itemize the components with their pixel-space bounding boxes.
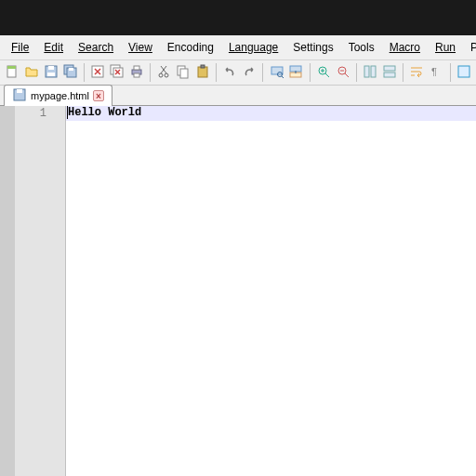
find-button[interactable] xyxy=(268,62,285,83)
replace-button[interactable] xyxy=(287,62,305,83)
new-file-icon xyxy=(5,64,20,82)
new-file-button[interactable] xyxy=(4,62,21,83)
close-all-button[interactable] xyxy=(109,62,126,83)
editor-content[interactable]: Hello World xyxy=(66,106,476,476)
close-button[interactable] xyxy=(89,62,107,83)
copy-button[interactable] xyxy=(175,62,192,83)
svg-rect-1 xyxy=(7,66,16,69)
svg-point-14 xyxy=(159,73,163,77)
svg-rect-7 xyxy=(69,68,73,71)
menu-file[interactable]: File xyxy=(4,37,36,58)
editor-line: Hello World xyxy=(66,106,476,121)
copy-icon xyxy=(176,64,191,82)
wordwrap-icon xyxy=(409,64,424,82)
editor-area: 1 Hello World xyxy=(0,106,476,476)
print-icon xyxy=(129,64,144,82)
svg-rect-18 xyxy=(198,67,207,77)
save-all-button[interactable] xyxy=(61,62,79,83)
open-file-button[interactable] xyxy=(23,62,41,83)
paste-icon xyxy=(195,64,210,82)
undo-icon xyxy=(222,64,237,82)
zoom-out-button[interactable] xyxy=(334,62,351,83)
toolbar-separator xyxy=(356,63,357,82)
svg-rect-28 xyxy=(384,66,395,71)
save-button[interactable] xyxy=(42,62,60,83)
cut-icon xyxy=(156,64,171,82)
replace-icon xyxy=(288,64,303,82)
svg-rect-4 xyxy=(47,73,55,76)
open-file-icon xyxy=(24,64,39,82)
window-titlebar xyxy=(0,0,476,35)
show-all-chars-button[interactable]: ¶ xyxy=(428,62,445,83)
redo-icon xyxy=(242,64,257,82)
svg-text:¶: ¶ xyxy=(431,66,437,77)
line-number: 1 xyxy=(15,107,46,120)
wordwrap-button[interactable] xyxy=(408,62,426,83)
menu-macro[interactable]: Macro xyxy=(382,37,428,58)
svg-rect-33 xyxy=(17,89,22,93)
toolbar-separator xyxy=(403,63,403,82)
zoom-in-button[interactable] xyxy=(315,62,333,83)
paste-button[interactable] xyxy=(193,62,211,83)
tab-filename: mypage.html xyxy=(31,90,89,101)
sync-vscroll-button[interactable] xyxy=(362,62,379,83)
svg-rect-13 xyxy=(134,73,139,77)
svg-rect-27 xyxy=(371,66,376,77)
menu-language[interactable]: Language xyxy=(221,37,285,58)
menu-tools[interactable]: Tools xyxy=(341,37,382,58)
sync-hscroll-button[interactable] xyxy=(381,62,399,83)
tab-close-button[interactable]: × xyxy=(93,90,104,101)
menu-view[interactable]: View xyxy=(121,37,160,58)
toolbar-separator xyxy=(216,63,217,82)
svg-rect-31 xyxy=(458,66,469,77)
line-text: Hello World xyxy=(68,106,141,119)
menu-run[interactable]: Run xyxy=(428,37,463,58)
svg-rect-3 xyxy=(48,66,54,70)
svg-point-15 xyxy=(165,73,168,77)
toolbar-separator xyxy=(310,63,311,82)
sync-hscroll-icon xyxy=(382,64,397,82)
svg-rect-12 xyxy=(134,66,139,70)
show-all-chars-icon: ¶ xyxy=(429,64,443,82)
svg-rect-20 xyxy=(271,67,283,74)
indent-guide-button[interactable] xyxy=(455,62,472,83)
menubar: File Edit Search View Encoding Language … xyxy=(0,35,476,60)
editor-margin: 1 xyxy=(0,106,66,476)
close-all-icon xyxy=(110,64,125,82)
sync-vscroll-icon xyxy=(363,64,377,82)
fold-margin[interactable] xyxy=(52,106,65,476)
zoom-out-icon xyxy=(336,64,350,82)
indent-guide-icon xyxy=(456,64,471,82)
menu-edit[interactable]: Edit xyxy=(36,37,71,58)
toolbar: ¶ xyxy=(0,60,476,86)
menu-plugins[interactable]: Plugins xyxy=(463,37,476,58)
cut-button[interactable] xyxy=(155,62,173,83)
line-number-gutter[interactable]: 1 xyxy=(15,106,52,476)
toolbar-separator xyxy=(262,63,263,82)
toolbar-separator xyxy=(84,63,85,82)
svg-rect-26 xyxy=(364,66,369,77)
svg-rect-17 xyxy=(180,69,188,78)
print-button[interactable] xyxy=(127,62,145,83)
toolbar-separator xyxy=(450,63,451,82)
save-all-icon xyxy=(63,64,78,82)
menu-search[interactable]: Search xyxy=(71,37,121,58)
find-icon xyxy=(270,64,284,82)
menu-encoding[interactable]: Encoding xyxy=(160,37,221,58)
svg-rect-19 xyxy=(201,65,205,68)
close-icon xyxy=(90,64,105,82)
toolbar-separator xyxy=(150,63,151,82)
redo-button[interactable] xyxy=(241,62,258,83)
tab-bar: mypage.html × xyxy=(0,86,476,106)
zoom-in-icon xyxy=(316,64,331,82)
undo-button[interactable] xyxy=(221,62,239,83)
bookmark-margin[interactable] xyxy=(0,106,15,476)
save-icon xyxy=(44,64,59,82)
menu-settings[interactable]: Settings xyxy=(285,37,340,58)
file-tab[interactable]: mypage.html × xyxy=(4,85,112,106)
file-icon xyxy=(12,87,27,104)
svg-rect-29 xyxy=(384,73,395,77)
